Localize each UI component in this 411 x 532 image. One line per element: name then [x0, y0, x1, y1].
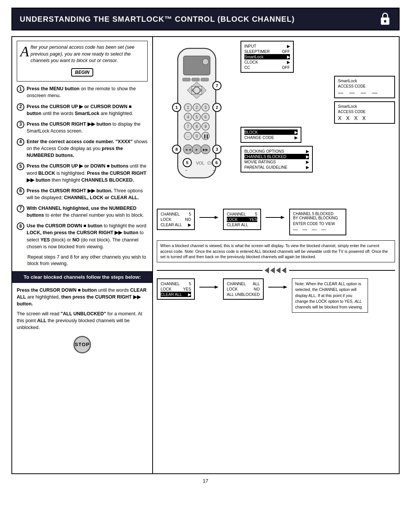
svg-text:2: 2: [196, 105, 198, 110]
arrow-right-icon: [199, 214, 218, 220]
svg-text:▶▶: ▶▶: [203, 148, 208, 152]
screen-3-access-label: ACCESS CODE: [338, 110, 391, 114]
channel-screen-after: CHANNEL5 LOCKYES CLEAR ALL: [223, 209, 261, 230]
clear-screen2-lock: LOCKNO: [227, 286, 260, 292]
step-1-text: Press the MENU button on the remote to s…: [27, 85, 148, 99]
channel-screen-before: CHANNEL5 LOCKNO CLEAR ALL▶: [157, 209, 195, 230]
svg-rect-6: [192, 78, 199, 81]
screen-4-block: BLOCK▶ CHANGE CODE▶: [241, 127, 301, 143]
remote-svg: 1 2 3 4 5 6 7 8: [157, 41, 237, 201]
note-text: Note: When the CLEAR ALL option is selec…: [295, 281, 363, 309]
screen-2-access-label: ACCESS CODE: [338, 84, 391, 88]
note-box: Note: When the CLEAR ALL option is selec…: [292, 278, 368, 313]
svg-rect-5: [183, 78, 190, 81]
intro-text: fter your personal access code has been …: [30, 45, 134, 63]
svg-marker-73: [215, 286, 218, 289]
step-1: 1 Press the MENU button on the remote to…: [17, 85, 148, 99]
svg-marker-70: [276, 267, 280, 273]
svg-text:6: 6: [204, 115, 207, 119]
step-3-text: Press the CURSOR RIGHT ▶▶ button to disp…: [27, 121, 148, 134]
drop-cap: A: [20, 44, 29, 59]
svg-rect-7: [201, 78, 209, 81]
screen-5-blocking-options-row: BLOCKING OPTIONS▶: [244, 149, 309, 154]
step-5: 5 Press the CURSOR UP ▶ or DOWN ■ button…: [17, 163, 148, 183]
page-title: Understanding the SmartLock™ Control (Bl…: [20, 15, 295, 24]
step-8-text: Use the CURSOR DOWN ■ button to highligh…: [27, 222, 148, 250]
screen-2-dashes: — — — —: [338, 89, 391, 96]
svg-text:5: 5: [196, 115, 198, 119]
screen-row-sleeptimer: SLEEPTIMEROFF: [244, 49, 290, 54]
divider-line-2: [289, 270, 395, 271]
svg-rect-1: [384, 20, 386, 22]
step-3-number: 3: [17, 121, 24, 128]
svg-text:◄◄: ◄◄: [185, 148, 191, 152]
clear-screen1-lock: LOCKYES: [161, 286, 191, 292]
info-text-box: When a blocked channel is viewed, this i…: [157, 240, 395, 262]
divider-line: [157, 270, 263, 271]
svg-text:3: 3: [216, 147, 218, 152]
svg-text:VOL: VOL: [196, 161, 204, 165]
svg-text:8: 8: [175, 147, 178, 152]
svg-text:8: 8: [196, 125, 198, 129]
step-5-number: 5: [17, 163, 24, 170]
clear-section-title: To clear blocked channels follow the ste…: [12, 271, 152, 283]
svg-text:▐▐: ▐▐: [203, 134, 208, 139]
clear-screen2-unblocked: ALL UNBLOCKED: [227, 292, 260, 297]
svg-marker-69: [270, 267, 275, 273]
screen-2-title: SmartLock: [338, 78, 391, 83]
page: Understanding the SmartLock™ Control (Bl…: [0, 0, 411, 532]
stop-icon: STOP: [73, 336, 91, 353]
svg-text:7: 7: [187, 125, 189, 129]
screen-5-movie-ratings-row: MOVIE RATINGS▶: [244, 159, 309, 165]
svg-text:0: 0: [196, 134, 198, 138]
step-8: 8 Use the CURSOR DOWN ■ button to highli…: [17, 222, 148, 250]
channel-after-lock-row: LOCKYES: [227, 217, 257, 222]
step-6: 6 Press the CURSOR RIGHT ▶▶ button. Thre…: [17, 187, 148, 201]
svg-marker-67: [281, 216, 285, 219]
right-screens-area: INPUT▶ SLEEPTIMEROFF SmartLock▶ CLOCK▶ C: [241, 41, 395, 173]
screen-row-input: INPUT▶: [244, 43, 290, 49]
channel-after-clear-row: CLEAR ALL: [227, 222, 257, 227]
channel-row-clear: CLEAR ALL▶: [161, 222, 191, 227]
screen-3-xmarks: X X X X: [338, 115, 391, 121]
arrow-to-blocked: [266, 209, 285, 220]
page-header: Understanding the SmartLock™ Control (Bl…: [11, 8, 400, 30]
arrow-to-unblocked: [199, 278, 218, 290]
step-2-number: 2: [17, 103, 24, 111]
svg-text:4: 4: [187, 115, 189, 119]
blocked-notice-line3: ENTER CODE TO VIEW: [293, 222, 342, 226]
channel-row-lock-no: LOCKNO: [161, 217, 191, 222]
svg-text:►: ►: [195, 148, 199, 152]
page-number: 17: [11, 478, 400, 484]
bottom-clear-area: CHANNEL5 LOCKYES CLEAR ALL▶: [157, 278, 395, 313]
svg-marker-71: [282, 267, 286, 273]
divider-arrows: [157, 267, 395, 273]
screen-5-channels-blocked-row: CHANNELS BLOCKED▶: [244, 154, 309, 159]
svg-text:1: 1: [175, 105, 178, 110]
arrow-to-note: [268, 278, 287, 290]
stop-button-area: STOP: [17, 336, 148, 353]
clear-screen1-clearall: CLEAR ALL▶: [161, 292, 191, 297]
svg-text:-: -: [187, 134, 188, 138]
screen-3-smartlock-xxxx: SmartLock ACCESS CODE X X X X: [334, 101, 395, 124]
lock-icon: [379, 12, 391, 26]
step-7-text: With CHANNEL highlighted, use the NUMBER…: [27, 205, 148, 219]
screen-4-block-row: BLOCK▶: [244, 129, 298, 135]
top-area: 1 2 3 4 5 6 7 8: [157, 41, 395, 202]
svg-point-13: [194, 87, 200, 93]
blocked-notice-line2: BY CHANNEL BLOCKING: [293, 216, 342, 220]
clear-screen1-channel: CHANNEL5: [161, 281, 191, 286]
clear-steps-text: Press the CURSOR DOWN ■ button until the…: [17, 287, 148, 307]
step-4: 4 Enter the correct access code number. …: [17, 138, 148, 159]
blocked-notice-line1: CHANNEL 5 BLOCKED: [293, 212, 342, 216]
svg-text:5: 5: [186, 160, 188, 165]
info-text: When a blocked channel is viewed, this i…: [160, 243, 388, 259]
svg-text:-: -: [213, 167, 215, 173]
svg-text:9: 9: [204, 125, 207, 129]
svg-text:3: 3: [204, 105, 207, 110]
svg-point-4: [202, 59, 209, 65]
svg-marker-75: [284, 286, 287, 289]
screen-row-smartlock: SmartLock▶: [244, 54, 290, 59]
channel-screens-area: CHANNEL5 LOCKNO CLEAR ALL▶: [157, 207, 395, 237]
channel-after-channel-row: CHANNEL5: [227, 211, 257, 217]
